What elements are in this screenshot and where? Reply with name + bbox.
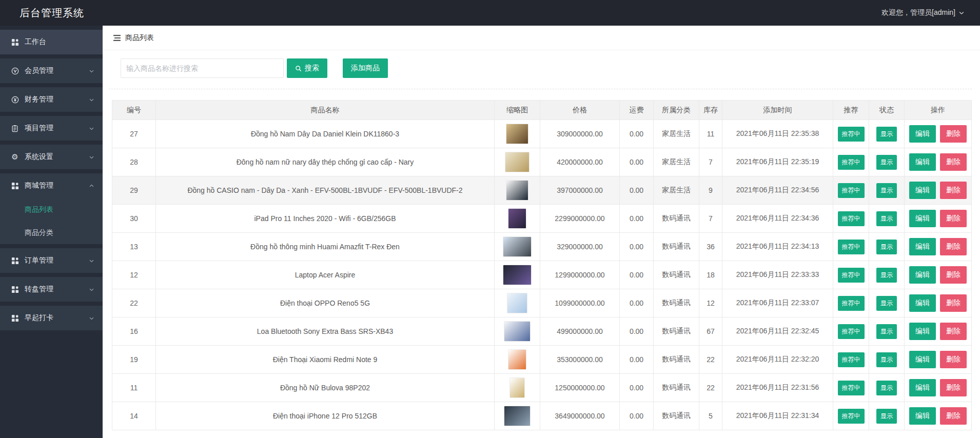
status-button[interactable]: 显示 [876,409,897,424]
grid-icon [10,182,19,190]
recommend-button[interactable]: 推荐中 [838,352,865,367]
delete-button[interactable]: 删除 [940,125,967,143]
thumbnail-image[interactable] [507,293,527,313]
thumbnail-image[interactable] [508,349,526,370]
edit-button[interactable]: 编辑 [909,294,936,312]
sidebar-item-product-list[interactable]: 商品列表 [0,198,103,221]
product-shipping: 0.00 [620,205,654,233]
chevron-down-icon [89,68,94,74]
thumbnail-image[interactable] [509,377,525,398]
edit-button[interactable]: 编辑 [909,153,936,171]
sidebar-item-mall[interactable]: 商城管理 [0,173,103,198]
add-product-button[interactable]: 添加商品 [343,58,388,78]
edit-button[interactable]: 编辑 [909,351,936,368]
user-menu[interactable]: 欢迎您，管理员[admin] [881,8,965,17]
product-category: 数码通讯 [654,402,699,430]
delete-button[interactable]: 删除 [940,182,967,199]
search-button[interactable]: 搜索 [287,58,327,78]
chevron-down-icon [89,97,94,103]
product-added-time: 2021年06月11日 22:32:20 [722,346,833,374]
status-button[interactable]: 显示 [876,183,897,198]
status-button[interactable]: 显示 [876,240,897,254]
edit-button[interactable]: 编辑 [909,125,936,143]
delete-button[interactable]: 删除 [940,323,967,340]
status-button[interactable]: 显示 [876,268,897,283]
table-row: 14 Điện thoại iPhone 12 Pro 512GB 364900… [112,402,972,430]
thumbnail-image[interactable] [505,152,530,172]
product-shipping: 0.00 [620,402,654,430]
column-header-added: 添加时间 [722,101,833,120]
gear-icon: ⚙ [10,153,19,161]
product-stock: 67 [699,317,722,346]
product-name: Điện thoại OPPO Reno5 5G [156,289,495,317]
thumbnail-image[interactable] [506,124,528,144]
recommend-button[interactable]: 推荐中 [838,127,865,142]
status-button[interactable]: 显示 [876,211,897,226]
delete-button[interactable]: 删除 [940,351,967,368]
table-row: 19 Điện Thoại Xiaomi Redmi Note 9 353000… [112,346,972,374]
recommend-button[interactable]: 推荐中 [838,268,865,283]
delete-button[interactable]: 删除 [940,266,967,284]
thumbnail-image[interactable] [508,208,526,229]
thumbnail-image[interactable] [503,265,532,285]
delete-button[interactable]: 删除 [940,153,967,171]
edit-button[interactable]: 编辑 [909,210,936,227]
sidebar-item-members[interactable]: 会员管理 [0,58,103,83]
edit-button[interactable]: 编辑 [909,238,936,255]
product-stock: 18 [699,261,722,289]
search-input[interactable] [121,58,284,78]
sidebar-item-label: 项目管理 [25,124,89,133]
delete-button[interactable]: 删除 [940,294,967,312]
sidebar-item-orders[interactable]: 订单管理 [0,248,103,273]
breadcrumb: 商品列表 [103,26,980,50]
edit-button[interactable]: 编辑 [909,379,936,396]
recommend-button[interactable]: 推荐中 [838,240,865,254]
product-shipping: 0.00 [620,317,654,346]
column-header-recommend: 推荐 [833,101,869,120]
status-button[interactable]: 显示 [876,381,897,395]
chevron-down-icon [958,10,965,16]
recommend-button[interactable]: 推荐中 [838,183,865,198]
thumbnail-image[interactable] [504,321,531,342]
status-button[interactable]: 显示 [876,324,897,339]
recommend-button[interactable]: 推荐中 [838,381,865,395]
delete-button[interactable]: 删除 [940,238,967,255]
sidebar-item-settings[interactable]: ⚙ 系统设置 [0,145,103,169]
column-header-price: 价格 [540,101,620,120]
recommend-button[interactable]: 推荐中 [838,155,865,170]
status-button[interactable]: 显示 [876,127,897,142]
product-category: 家居生活 [654,176,699,205]
sidebar-item-finance[interactable]: 财务管理 [0,87,103,112]
recommend-button[interactable]: 推荐中 [838,409,865,424]
edit-button[interactable]: 编辑 [909,266,936,284]
edit-button[interactable]: 编辑 [909,407,936,425]
grid-icon [10,256,19,265]
product-category: 数码通讯 [654,346,699,374]
delete-button[interactable]: 删除 [940,379,967,396]
recommend-button[interactable]: 推荐中 [838,296,865,311]
thumbnail-image[interactable] [504,406,531,426]
edit-button[interactable]: 编辑 [909,323,936,340]
thumbnail-image[interactable] [506,180,528,201]
sidebar-item-wheel[interactable]: 转盘管理 [0,277,103,302]
thumbnail-image[interactable] [503,236,532,257]
product-price: 397000000.00 [540,176,620,205]
recommend-button[interactable]: 推荐中 [838,211,865,226]
product-name: Đồng hồ Nam Dây Da Daniel Klein DK11860-… [156,120,495,148]
product-added-time: 2021年06月11日 22:34:56 [722,176,833,205]
product-id: 14 [112,402,156,430]
chevron-down-icon [89,315,94,321]
delete-button[interactable]: 删除 [940,210,967,227]
edit-button[interactable]: 编辑 [909,182,936,199]
sidebar-item-product-category[interactable]: 商品分类 [0,221,103,244]
product-id: 11 [112,374,156,402]
status-button[interactable]: 显示 [876,155,897,170]
delete-button[interactable]: 删除 [940,407,967,425]
sidebar-item-checkin[interactable]: 早起打卡 [0,306,103,330]
sidebar-item-workbench[interactable]: 工作台 [0,30,103,54]
status-button[interactable]: 显示 [876,296,897,311]
sidebar-item-projects[interactable]: 项目管理 [0,116,103,141]
search-icon [295,65,302,72]
status-button[interactable]: 显示 [876,352,897,367]
recommend-button[interactable]: 推荐中 [838,324,865,339]
